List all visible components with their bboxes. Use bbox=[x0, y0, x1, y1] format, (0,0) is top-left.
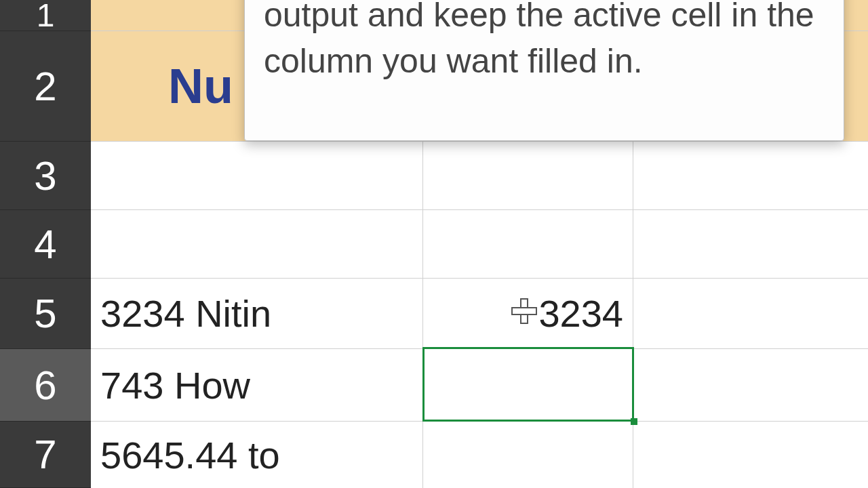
row-header-column: 1 2 3 4 5 6 7 bbox=[0, 0, 91, 488]
header-title-partial: Nu bbox=[168, 58, 233, 114]
cell-A7-value: 5645.44 to bbox=[100, 433, 280, 477]
cell-A5-value: 3234 Nitin bbox=[100, 291, 271, 336]
cell-C6[interactable] bbox=[633, 349, 868, 422]
cell-B7[interactable] bbox=[423, 422, 633, 488]
row-header-6[interactable]: 6 bbox=[0, 349, 91, 422]
cell-C5[interactable] bbox=[633, 279, 868, 349]
cell-A3[interactable] bbox=[91, 142, 423, 210]
cell-A5[interactable]: 3234 Nitin bbox=[91, 279, 423, 349]
cell-C3[interactable] bbox=[633, 142, 868, 210]
row-header-3[interactable]: 3 bbox=[0, 142, 91, 210]
row-header-7[interactable]: 7 bbox=[0, 422, 91, 488]
tooltip-text: output and keep the active cell in the c… bbox=[264, 0, 814, 80]
cell-A6[interactable]: 743 How bbox=[91, 349, 423, 422]
cell-C7[interactable] bbox=[633, 422, 868, 488]
cell-C4[interactable] bbox=[633, 210, 868, 279]
spreadsheet-view: 1 2 3 4 5 6 7 Nu 3234 Nitin 3234 bbox=[0, 0, 868, 488]
row-header-2[interactable]: 2 bbox=[0, 31, 91, 142]
cell-B4[interactable] bbox=[423, 210, 633, 279]
fill-handle[interactable] bbox=[631, 418, 637, 425]
cell-B5[interactable]: 3234 bbox=[423, 279, 633, 349]
cell-A4[interactable] bbox=[91, 210, 423, 279]
cell-B6[interactable] bbox=[423, 349, 633, 422]
row-header-4[interactable]: 4 bbox=[0, 210, 91, 279]
cell-A6-value: 743 How bbox=[100, 363, 250, 407]
cell-A7[interactable]: 5645.44 to bbox=[91, 422, 423, 488]
row-header-1[interactable]: 1 bbox=[0, 0, 91, 31]
cell-B3[interactable] bbox=[423, 142, 633, 210]
cell-B5-value: 3234 bbox=[538, 291, 623, 336]
flash-fill-tooltip: output and keep the active cell in the c… bbox=[244, 0, 844, 141]
row-header-5[interactable]: 5 bbox=[0, 279, 91, 349]
